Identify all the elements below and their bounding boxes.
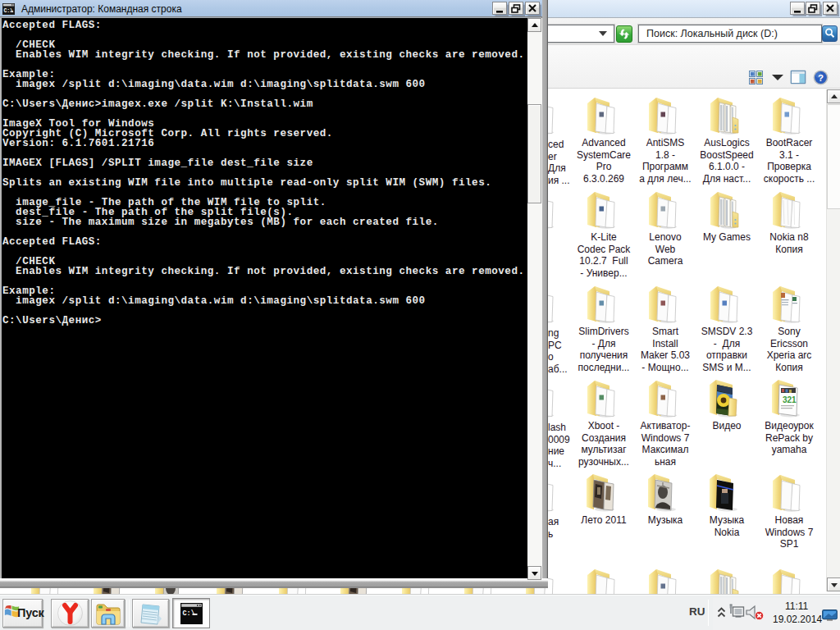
svg-text:C:\: C:\ — [183, 609, 195, 618]
svg-text:C:\: C:\ — [3, 8, 13, 14]
svg-text:321: 321 — [783, 395, 797, 404]
svg-text:?: ? — [818, 73, 824, 83]
